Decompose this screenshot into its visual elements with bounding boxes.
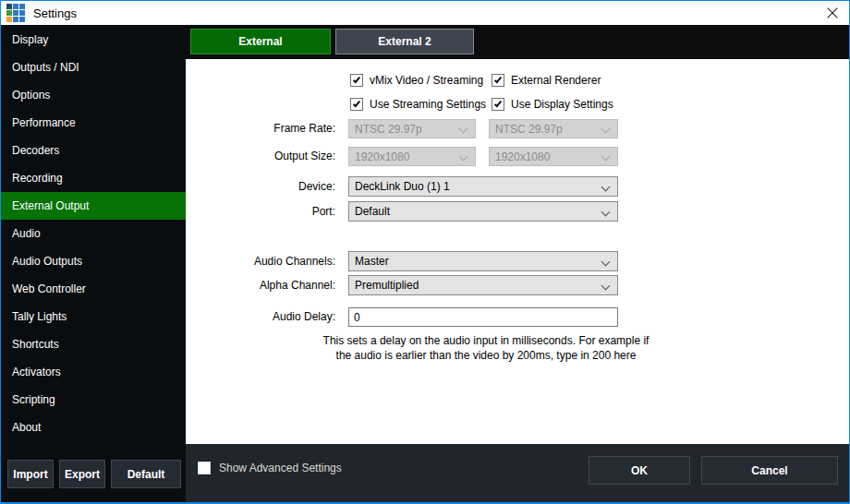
default-button[interactable]: Default: [111, 460, 181, 488]
show-advanced-checkbox[interactable]: [198, 462, 211, 474]
chevron-down-icon: [601, 125, 611, 134]
port-value: Default: [355, 205, 390, 218]
tab-external[interactable]: External: [190, 29, 331, 54]
titlebar[interactable]: Settings: [1, 1, 849, 25]
sidebar-item-audio[interactable]: Audio: [1, 220, 186, 247]
port-select[interactable]: Default: [348, 201, 618, 222]
check-icon: [494, 76, 502, 84]
audio-channels-label: Audio Channels:: [186, 251, 335, 271]
show-advanced-label: Show Advanced Settings: [219, 462, 342, 474]
sidebar-item-display[interactable]: Display: [1, 26, 186, 54]
import-button[interactable]: Import: [7, 460, 54, 488]
sidebar-item-performance[interactable]: Performance: [1, 109, 186, 137]
check-icon: [353, 100, 360, 108]
chevron-down-icon: [601, 152, 611, 162]
device-select[interactable]: DeckLink Duo (1) 1: [348, 176, 618, 197]
export-button[interactable]: Export: [59, 460, 105, 488]
frame-rate-select-1: NTSC 29.97p: [348, 119, 476, 138]
output-size-select-1: 1920x1080: [348, 147, 476, 166]
frame-rate-select-2: NTSC 29.97p: [489, 119, 618, 138]
external-output-panel: vMix Video / Streaming External Renderer…: [186, 59, 849, 444]
ok-button[interactable]: OK: [589, 456, 690, 485]
output-size-select-2: 1920x1080: [489, 147, 618, 166]
use-streaming-checkbox[interactable]: [350, 98, 363, 111]
alpha-channel-label: Alpha Channel:: [186, 275, 335, 295]
use-streaming-label: Use Streaming Settings: [370, 98, 486, 111]
tab-external-2[interactable]: External 2: [335, 29, 474, 54]
checkbox-row-vmix-video[interactable]: vMix Video / Streaming: [350, 73, 483, 88]
alpha-channel-value: Premultiplied: [355, 279, 419, 292]
chevron-down-icon: [601, 208, 611, 217]
sidebar-item-audio-outputs[interactable]: Audio Outputs: [1, 247, 186, 275]
frame-rate-value-1: NTSC 29.97p: [355, 123, 422, 136]
chevron-down-icon: [601, 183, 611, 192]
checkbox-row-external-renderer[interactable]: External Renderer: [492, 73, 601, 88]
audio-delay-label: Audio Delay:: [186, 307, 335, 327]
tabstrip: External External 2: [186, 25, 849, 59]
sidebar-item-external-output[interactable]: External Output: [1, 192, 186, 220]
check-icon: [494, 100, 502, 108]
port-label: Port:: [186, 201, 335, 222]
settings-window: Settings Display Outputs / NDI Options P…: [0, 0, 850, 504]
sidebar-item-web-controller[interactable]: Web Controller: [1, 275, 186, 303]
help-line-1: This sets a delay on the audio input in …: [320, 333, 652, 348]
chevron-down-icon: [459, 152, 468, 162]
device-value: DeckLink Duo (1) 1: [355, 180, 450, 193]
output-size-label: Output Size:: [186, 147, 335, 166]
checkbox-row-use-streaming[interactable]: Use Streaming Settings: [350, 97, 486, 112]
sidebar-item-options[interactable]: Options: [1, 81, 186, 109]
external-renderer-label: External Renderer: [511, 74, 601, 87]
vmix-logo-icon: [6, 4, 25, 22]
sidebar-item-shortcuts[interactable]: Shortcuts: [1, 330, 186, 358]
frame-rate-label: Frame Rate:: [186, 119, 335, 138]
output-size-value-1: 1920x1080: [355, 150, 409, 163]
output-size-value-2: 1920x1080: [495, 150, 550, 163]
window-title: Settings: [33, 6, 77, 20]
use-display-label: Use Display Settings: [511, 98, 613, 111]
audio-channels-value: Master: [355, 255, 389, 268]
sidebar-item-about[interactable]: About: [1, 414, 186, 441]
sidebar-item-tally-lights[interactable]: Tally Lights: [1, 303, 186, 330]
sidebar-item-scripting[interactable]: Scripting: [1, 386, 186, 414]
audio-channels-select[interactable]: Master: [348, 251, 618, 271]
device-label: Device:: [186, 176, 335, 197]
close-button[interactable]: [816, 1, 849, 25]
check-icon: [353, 76, 360, 84]
use-display-checkbox[interactable]: [492, 98, 504, 111]
checkbox-row-use-display[interactable]: Use Display Settings: [492, 97, 613, 112]
help-line-2: the audio is earlier than the video by 2…: [320, 348, 652, 363]
sidebar-item-recording[interactable]: Recording: [1, 164, 186, 192]
external-renderer-checkbox[interactable]: [492, 74, 504, 87]
alpha-channel-select[interactable]: Premultiplied: [348, 275, 618, 295]
audio-delay-help-text: This sets a delay on the audio input in …: [320, 333, 652, 363]
close-icon: [826, 6, 840, 20]
sidebar: Display Outputs / NDI Options Performanc…: [1, 25, 186, 502]
frame-rate-value-2: NTSC 29.97p: [495, 123, 563, 136]
chevron-down-icon: [459, 125, 468, 134]
sidebar-item-activators[interactable]: Activators: [1, 358, 186, 386]
vmix-video-checkbox[interactable]: [350, 74, 363, 87]
sidebar-item-outputs-ndi[interactable]: Outputs / NDI: [1, 54, 186, 81]
vmix-video-label: vMix Video / Streaming: [370, 74, 483, 87]
footer-bar: Show Advanced Settings OK Cancel: [186, 444, 849, 502]
cancel-button[interactable]: Cancel: [701, 456, 838, 485]
audio-delay-input[interactable]: [348, 307, 618, 327]
chevron-down-icon: [601, 258, 611, 267]
chevron-down-icon: [601, 282, 611, 291]
show-advanced-row[interactable]: Show Advanced Settings: [198, 462, 342, 474]
sidebar-item-decoders[interactable]: Decoders: [1, 137, 186, 164]
